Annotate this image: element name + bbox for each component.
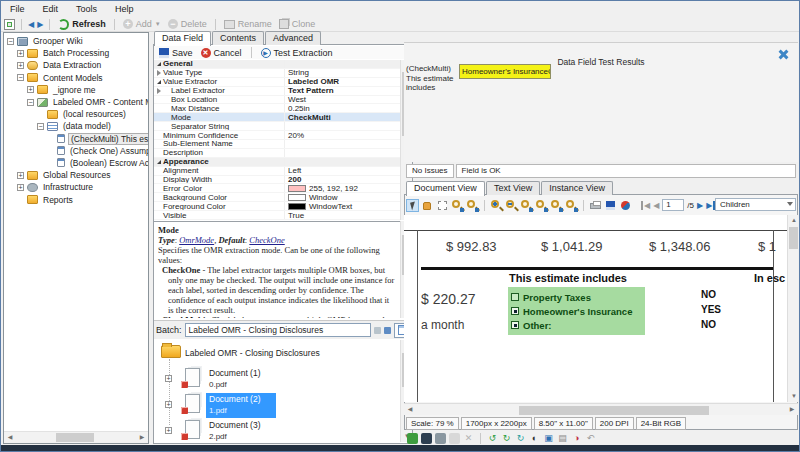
extracted-value[interactable]: Homeowner's InsuranceOther: bbox=[459, 64, 551, 79]
property-value[interactable]: Text Pattern bbox=[285, 86, 400, 95]
omr-highlight-zone[interactable]: Property TaxesHomeowner's InsuranceOther… bbox=[508, 287, 645, 335]
print-icon[interactable] bbox=[589, 199, 602, 212]
tab-document-view[interactable]: Document View bbox=[406, 181, 485, 196]
expand-icon[interactable]: + bbox=[17, 50, 24, 57]
pan-hand-icon[interactable] bbox=[421, 199, 434, 212]
property-value[interactable]: West bbox=[285, 95, 400, 104]
property-value[interactable]: 0.25in bbox=[285, 104, 400, 113]
rename-button[interactable]: Rename bbox=[222, 19, 274, 29]
tab-data-field[interactable]: Data Field bbox=[154, 31, 211, 46]
zoom-fit-width-icon[interactable] bbox=[550, 199, 563, 212]
property-value[interactable]: True bbox=[285, 211, 400, 220]
zoom-fit-icon[interactable] bbox=[535, 199, 548, 212]
batch-dropdown[interactable]: Labeled OMR - Closing Disclosures bbox=[185, 323, 371, 337]
tester-settings-icon[interactable] bbox=[778, 49, 789, 60]
batch-root-label[interactable]: Labeled OMR - Closing Disclosures bbox=[185, 348, 320, 358]
property-value[interactable]: WindowText bbox=[285, 202, 400, 211]
collapse-icon[interactable]: − bbox=[17, 74, 24, 81]
property-value[interactable]: 20% bbox=[285, 131, 400, 140]
tab-instance-view[interactable]: Instance View bbox=[541, 181, 613, 195]
despeckle-icon[interactable]: ◐ bbox=[529, 433, 540, 444]
tree-item[interactable]: +Data Extraction bbox=[4, 59, 149, 71]
property-value[interactable]: 255, 192, 192 bbox=[285, 184, 400, 193]
batch-folder-icon[interactable] bbox=[161, 345, 181, 358]
root-view-icon[interactable] bbox=[4, 19, 15, 30]
resync-icon[interactable]: ↻ bbox=[515, 433, 526, 444]
expand-icon[interactable]: + bbox=[17, 62, 24, 69]
tree-item[interactable]: +Infrastructure bbox=[4, 181, 149, 193]
expand-icon[interactable]: + bbox=[165, 375, 172, 382]
expand-icon[interactable]: + bbox=[165, 427, 172, 434]
tree-item[interactable]: −Grooper Wiki bbox=[4, 35, 149, 47]
test-extraction-button[interactable]: ▶Test Extraction bbox=[259, 48, 335, 58]
menu-edit[interactable]: Edit bbox=[34, 2, 68, 16]
expand-icon[interactable]: + bbox=[17, 184, 24, 191]
document-vscrollbar[interactable]: ▲▼ bbox=[787, 215, 798, 402]
collapsed-icon[interactable] bbox=[157, 88, 161, 94]
zoom-actual-icon[interactable] bbox=[520, 199, 533, 212]
snapshot-icon[interactable] bbox=[436, 199, 449, 212]
zoom-out-icon[interactable] bbox=[505, 199, 518, 212]
expanded-icon[interactable] bbox=[157, 62, 161, 66]
collapse-icon[interactable]: − bbox=[37, 123, 44, 130]
cancel-button[interactable]: ✕Cancel bbox=[199, 48, 244, 58]
document-page[interactable]: $ 992.83$ 1,041.29$ 1,348.06$ 1 This est… bbox=[404, 215, 787, 402]
last-page-button[interactable]: ▶ bbox=[706, 201, 715, 210]
expanded-icon[interactable] bbox=[157, 160, 161, 164]
zoom-select-icon[interactable] bbox=[451, 199, 464, 212]
help-default-link[interactable]: CheckOne bbox=[249, 235, 284, 245]
refresh-button[interactable]: Refresh bbox=[56, 19, 108, 30]
expand-icon[interactable]: + bbox=[27, 86, 34, 93]
nav-scope-dropdown[interactable]: Children bbox=[715, 198, 796, 211]
copy-page-icon[interactable]: ▤ bbox=[557, 433, 568, 444]
next-page-button[interactable]: ▶ bbox=[697, 201, 703, 210]
property-row[interactable]: ModeCheckMulti bbox=[154, 113, 400, 122]
document-label[interactable]: Document (1)0.pdf bbox=[206, 367, 276, 392]
first-page-button[interactable]: ◀ bbox=[641, 201, 650, 210]
zoom-page-icon[interactable] bbox=[466, 199, 479, 212]
delete-button[interactable]: −Delete bbox=[166, 19, 209, 29]
tree-item[interactable]: +Batch Processing bbox=[4, 47, 149, 59]
image-inspect-icon[interactable] bbox=[435, 433, 446, 444]
batch-filter-icon[interactable] bbox=[374, 327, 381, 334]
tree-item[interactable]: +Global Resources bbox=[4, 169, 149, 181]
forward-button[interactable]: ▶ bbox=[37, 19, 43, 30]
tree-item[interactable]: Reports bbox=[4, 193, 149, 205]
expand-icon[interactable]: + bbox=[17, 172, 24, 179]
tab-advanced[interactable]: Advanced bbox=[265, 31, 321, 45]
image-adjust-icon[interactable] bbox=[407, 433, 418, 444]
batch-document-item[interactable]: +Document (1)0.pdf bbox=[154, 367, 400, 393]
back-button[interactable]: ◀ bbox=[28, 19, 34, 30]
tree-item[interactable]: (Check One) Assumption bbox=[4, 145, 149, 157]
collapsed-icon[interactable] bbox=[157, 70, 161, 76]
batch-lock-icon[interactable] bbox=[384, 327, 391, 334]
property-row[interactable]: VisibleTrue bbox=[154, 211, 400, 220]
help-type-link[interactable]: OmrMode bbox=[179, 235, 214, 245]
clone-button[interactable]: Clone bbox=[277, 19, 318, 29]
property-value[interactable]: CheckMulti bbox=[285, 113, 400, 122]
add-button[interactable]: +Add▼ bbox=[121, 19, 163, 29]
rotate-ccw-icon[interactable]: ↺ bbox=[487, 433, 498, 444]
collapse-icon[interactable]: − bbox=[7, 38, 14, 45]
property-value[interactable]: Window bbox=[285, 193, 400, 202]
document-hscrollbar[interactable]: ◀▶ bbox=[404, 403, 798, 415]
expanded-icon[interactable] bbox=[157, 80, 161, 84]
tab-text-view[interactable]: Text View bbox=[486, 181, 540, 195]
tree-item[interactable]: +_ignore me bbox=[4, 84, 149, 96]
zoom-in-icon[interactable] bbox=[490, 199, 503, 212]
page-number-input[interactable]: 1 bbox=[662, 199, 684, 211]
color-mask-icon[interactable]: ◑ bbox=[571, 433, 582, 444]
collapse-icon[interactable]: − bbox=[27, 99, 34, 106]
rotate-cw-icon[interactable]: ↻ bbox=[501, 433, 512, 444]
tree-item[interactable]: −(data model) bbox=[4, 120, 149, 132]
tree-item[interactable]: −Content Models bbox=[4, 72, 149, 84]
property-value[interactable]: 200 bbox=[285, 175, 400, 184]
expand-icon[interactable]: + bbox=[165, 401, 172, 408]
tree-item[interactable]: (local resources) bbox=[4, 108, 149, 120]
menu-help[interactable]: Help bbox=[106, 2, 143, 16]
zoom-fit-height-icon[interactable] bbox=[565, 199, 578, 212]
document-label[interactable]: Document (3)2.pdf bbox=[206, 419, 276, 442]
document-label[interactable]: Document (2)1.pdf bbox=[206, 393, 276, 418]
undo-icon[interactable]: ↶ bbox=[585, 433, 596, 444]
menu-file[interactable]: File bbox=[1, 2, 34, 16]
